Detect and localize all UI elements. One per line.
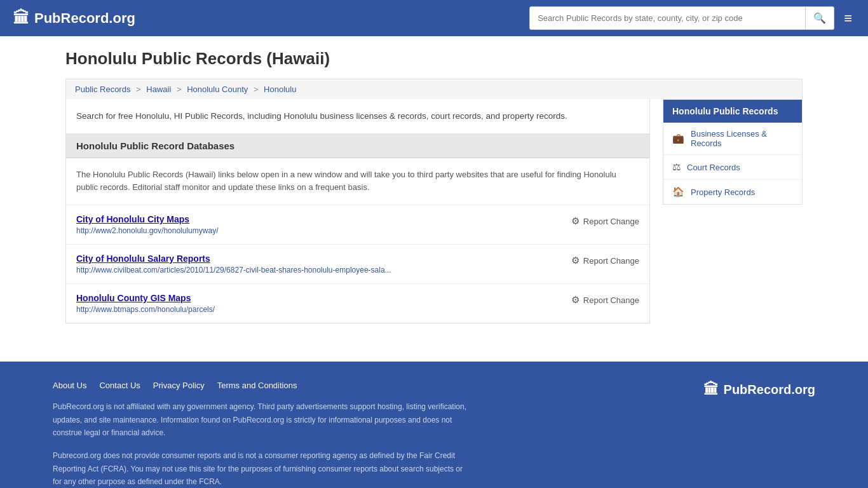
footer-logo-text: PubRecord.org: [724, 383, 815, 397]
report-change-button-1[interactable]: ⚙ Report Change: [571, 214, 639, 228]
breadcrumb-separator-2: >: [177, 85, 184, 94]
logo-icon: 🏛: [13, 8, 29, 28]
scales-icon: ⚖: [672, 161, 681, 173]
main-wrapper: Honolulu Public Records (Hawaii) Public …: [53, 36, 815, 336]
record-item-2: City of Honolulu Salary Reports http://w…: [66, 245, 649, 284]
record-title-2[interactable]: City of Honolulu Salary Reports: [76, 254, 210, 264]
breadcrumb-separator-1: >: [136, 85, 143, 94]
footer-logo[interactable]: 🏛 PubRecord.org: [703, 381, 815, 398]
sidebar-item-property-records[interactable]: 🏠 Property Records: [663, 180, 802, 204]
description-text: Search for free Honolulu, HI Public Reco…: [76, 109, 639, 123]
report-change-button-3[interactable]: ⚙ Report Change: [571, 293, 639, 307]
footer-link-terms[interactable]: Terms and Conditions: [217, 381, 297, 390]
report-change-label-3: Report Change: [583, 295, 639, 305]
footer-logo-icon: 🏛: [703, 381, 719, 398]
content-area: Search for free Honolulu, HI Public Reco…: [65, 99, 803, 323]
sidebar-item-court-records[interactable]: ⚖ Court Records: [663, 155, 802, 180]
breadcrumb-separator-3: >: [254, 85, 261, 94]
footer-disclaimer-1: PubRecord.org is not affiliated with any…: [53, 400, 472, 439]
briefcase-icon: 💼: [672, 133, 684, 144]
breadcrumb-link-honolulu-county[interactable]: Honolulu County: [187, 85, 248, 94]
house-icon: 🏠: [672, 186, 684, 198]
sidebar-label-business: Business Licenses & Records: [691, 129, 793, 148]
sidebar-label-property: Property Records: [691, 187, 755, 197]
report-change-label-2: Report Change: [583, 256, 639, 266]
record-info-2: City of Honolulu Salary Reports http://w…: [76, 254, 571, 274]
footer-disclaimer-2: Pubrecord.org does not provide consumer …: [53, 449, 472, 488]
sidebar: Honolulu Public Records 💼 Business Licen…: [663, 99, 803, 323]
search-input[interactable]: [530, 8, 805, 28]
footer-left: About Us Contact Us Privacy Policy Terms…: [53, 381, 678, 488]
report-change-button-2[interactable]: ⚙ Report Change: [571, 254, 639, 268]
databases-section-header: Honolulu Public Record Databases: [66, 134, 649, 158]
sidebar-label-court: Court Records: [687, 163, 740, 172]
description-box: Search for free Honolulu, HI Public Reco…: [66, 99, 649, 134]
breadcrumb-link-hawaii[interactable]: Hawaii: [146, 85, 171, 94]
page-title: Honolulu Public Records (Hawaii): [65, 49, 803, 69]
record-row-1: City of Honolulu City Maps http://www2.h…: [76, 214, 639, 235]
report-change-label-1: Report Change: [583, 217, 639, 226]
footer-link-contact[interactable]: Contact Us: [99, 381, 140, 390]
report-icon-3: ⚙: [571, 294, 580, 306]
main-content: Search for free Honolulu, HI Public Reco…: [65, 99, 650, 323]
sidebar-item-business-licenses[interactable]: 💼 Business Licenses & Records: [663, 123, 802, 155]
hamburger-button[interactable]: ≡: [841, 7, 855, 30]
report-icon-2: ⚙: [571, 255, 580, 266]
footer-link-privacy[interactable]: Privacy Policy: [153, 381, 205, 390]
record-url-3[interactable]: http://www.btmaps.com/honolulu/parcels/: [76, 305, 571, 314]
header: 🏛 PubRecord.org 🔍 ≡: [0, 0, 868, 36]
record-row-2: City of Honolulu Salary Reports http://w…: [76, 254, 639, 274]
record-item: City of Honolulu City Maps http://www2.h…: [66, 205, 649, 245]
databases-section-description: The Honolulu Public Records (Hawaii) lin…: [66, 158, 649, 206]
search-bar: 🔍: [529, 6, 834, 30]
site-logo[interactable]: 🏛 PubRecord.org: [13, 8, 135, 28]
sidebar-title: Honolulu Public Records: [663, 100, 802, 123]
record-url-2[interactable]: http://www.civilbeat.com/articles/2010/1…: [76, 266, 571, 274]
record-row-3: Honolulu County GIS Maps http://www.btma…: [76, 293, 639, 314]
record-title-3[interactable]: Honolulu County GIS Maps: [76, 293, 191, 303]
sidebar-box: Honolulu Public Records 💼 Business Licen…: [663, 99, 803, 205]
footer-inner: About Us Contact Us Privacy Policy Terms…: [53, 381, 815, 488]
record-info-1: City of Honolulu City Maps http://www2.h…: [76, 214, 571, 235]
record-info-3: Honolulu County GIS Maps http://www.btma…: [76, 293, 571, 314]
breadcrumb: Public Records > Hawaii > Honolulu Count…: [65, 79, 803, 99]
header-right: 🔍 ≡: [529, 6, 855, 30]
footer: About Us Contact Us Privacy Policy Terms…: [0, 362, 868, 488]
report-icon-1: ⚙: [571, 215, 580, 227]
breadcrumb-link-public-records[interactable]: Public Records: [75, 85, 130, 94]
breadcrumb-link-honolulu[interactable]: Honolulu: [264, 85, 296, 94]
footer-links: About Us Contact Us Privacy Policy Terms…: [53, 381, 678, 390]
footer-link-about[interactable]: About Us: [53, 381, 86, 390]
record-url-1[interactable]: http://www2.honolulu.gov/honolulumyway/: [76, 226, 571, 235]
record-title-1[interactable]: City of Honolulu City Maps: [76, 214, 189, 224]
record-item-3: Honolulu County GIS Maps http://www.btma…: [66, 284, 649, 323]
search-button[interactable]: 🔍: [805, 7, 834, 29]
logo-text: PubRecord.org: [34, 10, 135, 27]
